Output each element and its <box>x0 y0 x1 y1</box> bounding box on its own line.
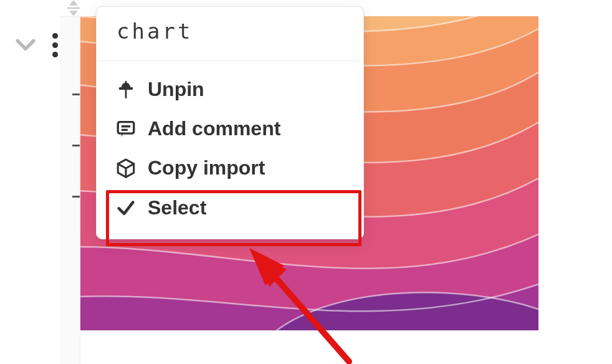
svg-rect-2 <box>118 122 134 133</box>
axis-tick <box>72 196 80 198</box>
comment-icon <box>115 118 136 140</box>
collapse-vertical-icon[interactable] <box>61 0 86 19</box>
menu-item-label: Copy import <box>148 157 265 179</box>
menu-item-unpin[interactable]: Unpin <box>97 70 363 109</box>
cell-menu-trigger[interactable] <box>47 27 62 62</box>
menu-item-label: Add comment <box>148 118 280 140</box>
menu-item-label: Select <box>148 197 206 219</box>
menu-item-add-comment[interactable]: Add comment <box>97 109 363 148</box>
cell-name-input[interactable] <box>115 18 347 44</box>
package-icon <box>115 158 136 179</box>
menu-item-label: Unpin <box>148 79 204 100</box>
menu-item-copy-import[interactable]: Copy import <box>97 148 363 188</box>
axis-tick <box>72 93 80 95</box>
menu-search-row <box>97 7 363 60</box>
axis-tick <box>72 145 80 146</box>
chevron-down-icon[interactable] <box>11 30 40 59</box>
check-icon <box>115 197 136 218</box>
cell-context-menu: Unpin Add comment <box>96 6 364 239</box>
svg-rect-1 <box>67 7 80 9</box>
menu-items: Unpin Add comment <box>97 61 363 239</box>
pin-icon <box>115 79 136 100</box>
cell-gutter <box>60 16 80 364</box>
menu-item-select[interactable]: Select <box>97 188 363 228</box>
